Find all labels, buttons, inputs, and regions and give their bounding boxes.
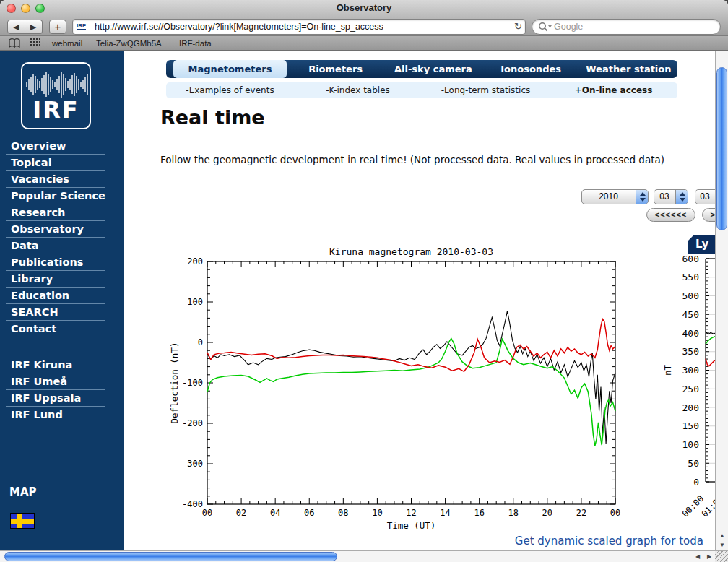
vertical-scrollbar-thumb[interactable] bbox=[716, 67, 727, 230]
svg-text:-100: -100 bbox=[182, 378, 203, 388]
sidebar-item-education[interactable]: Education bbox=[6, 288, 105, 304]
svg-text:0: 0 bbox=[693, 477, 699, 488]
subnav-long-term-statistics[interactable]: -Long-term statistics bbox=[422, 82, 550, 98]
tab-all-sky-camera[interactable]: All-sky camera bbox=[384, 60, 482, 78]
stepper-arrows-icon bbox=[675, 190, 688, 204]
sidebar-item-topical[interactable]: Topical bbox=[6, 155, 105, 171]
series-Z-component bbox=[207, 319, 615, 372]
resize-grip[interactable] bbox=[715, 551, 728, 562]
sidebar-item-observatory[interactable]: Observatory bbox=[6, 221, 105, 238]
sidebar-item-irf-kiruna[interactable]: IRF Kiruna bbox=[6, 357, 105, 373]
year-select-value: 2010 bbox=[582, 190, 635, 204]
svg-text:550: 550 bbox=[682, 272, 699, 282]
tab-weather-station[interactable]: Weather station bbox=[580, 60, 677, 78]
sidebar-item-vacancies[interactable]: Vacancies bbox=[6, 171, 105, 188]
sidebar-item-irf-lund[interactable]: IRF Lund bbox=[6, 407, 105, 423]
sidebar-item-overview[interactable]: Overview bbox=[6, 138, 105, 155]
subnav-examples-of-events[interactable]: -Examples of events bbox=[166, 82, 294, 98]
browser-window: Observatory ◀ ▶ + IRF http://www.irf.se/… bbox=[0, 0, 728, 562]
x-axis-label: Time (UT) bbox=[387, 520, 436, 531]
y-axis-label: Deflection (nT) bbox=[169, 342, 180, 424]
irf-logo[interactable]: IRF bbox=[21, 62, 91, 129]
search-input[interactable]: Google bbox=[532, 19, 721, 35]
scroll-right-icon[interactable]: ▶ bbox=[703, 551, 715, 562]
svg-text:250: 250 bbox=[682, 384, 699, 394]
svg-text:600: 600 bbox=[682, 254, 699, 264]
add-bookmark-button[interactable]: + bbox=[49, 20, 66, 34]
sidebar-item-popular-science[interactable]: Popular Science bbox=[6, 188, 105, 204]
svg-text:10: 10 bbox=[372, 508, 382, 518]
site-favicon-icon: IRF bbox=[77, 22, 86, 30]
irf-logo-text: IRF bbox=[22, 96, 90, 124]
tab-ionosondes[interactable]: Ionosondes bbox=[482, 60, 580, 78]
vertical-scrollbar[interactable]: ▲ ▼ bbox=[715, 51, 728, 550]
scroll-left-icon[interactable]: ◀ bbox=[692, 551, 703, 562]
previous-day-button[interactable]: <<<<<< bbox=[646, 208, 696, 222]
horizontal-scrollbar[interactable]: ◀ ▶ bbox=[0, 550, 728, 562]
tab-riometers[interactable]: Riometers bbox=[287, 60, 384, 78]
swedish-flag-icon[interactable] bbox=[10, 513, 35, 529]
svg-text:16: 16 bbox=[474, 508, 484, 518]
subnav-k-index-tables[interactable]: -K-index tables bbox=[294, 82, 422, 98]
close-window-icon[interactable] bbox=[6, 4, 16, 13]
sidebar-item-data[interactable]: Data bbox=[6, 238, 105, 254]
sidebar: IRF Overview Topical Vacancies Popular S… bbox=[0, 51, 124, 550]
magnifier-icon bbox=[538, 22, 552, 32]
sidebar-item-research[interactable]: Research bbox=[6, 204, 105, 221]
svg-text:02: 02 bbox=[236, 508, 246, 518]
svg-text:22: 22 bbox=[576, 508, 586, 518]
sidebar-item-irf-umea[interactable]: IRF Umeå bbox=[6, 373, 105, 390]
section-tabbar: Magnetometers Riometers All-sky camera I… bbox=[166, 60, 677, 78]
minimize-window-icon[interactable] bbox=[21, 4, 30, 13]
month-select-value: 03 bbox=[654, 190, 675, 204]
sidebar-item-map[interactable]: MAP bbox=[9, 485, 37, 498]
svg-text:-400: -400 bbox=[182, 499, 203, 509]
svg-text:150: 150 bbox=[682, 420, 699, 431]
reload-icon[interactable]: ↻ bbox=[514, 20, 522, 34]
year-select[interactable]: 2010 bbox=[581, 189, 649, 204]
subnav-on-line-access[interactable]: +On-line access bbox=[550, 82, 677, 98]
tab-magnetometers[interactable]: Magnetometers bbox=[173, 60, 287, 78]
svg-text:20: 20 bbox=[542, 508, 552, 518]
dynamic-graph-link[interactable]: Get dynamic scaled graph for toda bbox=[515, 535, 703, 548]
svg-text:200: 200 bbox=[682, 402, 699, 413]
series-X-component bbox=[207, 311, 615, 444]
scroll-down-icon[interactable]: ▼ bbox=[716, 540, 728, 550]
url-field[interactable]: IRF http://www.irf.se//Observatory/?link… bbox=[72, 19, 526, 35]
back-button[interactable]: ◀ bbox=[7, 20, 25, 34]
svg-text:100: 100 bbox=[682, 439, 699, 450]
svg-text:100: 100 bbox=[187, 297, 203, 307]
svg-text:450: 450 bbox=[682, 309, 699, 320]
window-titlebar[interactable]: Observatory bbox=[0, 0, 728, 16]
svg-text:06: 06 bbox=[304, 508, 314, 518]
svg-text:-200: -200 bbox=[182, 418, 203, 428]
top-sites-grid-icon[interactable] bbox=[30, 38, 40, 48]
svg-text:08: 08 bbox=[338, 508, 348, 518]
horizontal-scrollbar-thumb[interactable] bbox=[4, 552, 337, 561]
bookmark-telia[interactable]: Telia-ZwQGMh5A bbox=[96, 36, 162, 51]
svg-text:50: 50 bbox=[688, 458, 699, 469]
svg-text:300: 300 bbox=[682, 365, 699, 376]
sidebar-item-library[interactable]: Library bbox=[6, 271, 105, 288]
svg-text:00: 00 bbox=[610, 508, 620, 518]
sidebar-item-publications[interactable]: Publications bbox=[6, 254, 105, 271]
window-title: Observatory bbox=[337, 2, 392, 13]
zoom-window-icon[interactable] bbox=[35, 4, 45, 13]
forward-button[interactable]: ▶ bbox=[25, 20, 43, 34]
svg-text:0: 0 bbox=[198, 337, 203, 347]
month-select[interactable]: 03 bbox=[654, 189, 688, 204]
bookmark-irf-data[interactable]: IRF-data bbox=[179, 36, 212, 51]
sidebar-item-contact[interactable]: Contact bbox=[6, 321, 105, 337]
url-text: http://www.irf.se//Observatory/?link[Mag… bbox=[95, 22, 384, 32]
svg-text:350: 350 bbox=[682, 346, 699, 357]
sidebar-item-irf-uppsala[interactable]: IRF Uppsala bbox=[6, 390, 105, 407]
search-placeholder: Google bbox=[554, 22, 583, 32]
intro-text: Follow the geomagnetic development in re… bbox=[160, 152, 670, 168]
bookmarks-book-icon[interactable] bbox=[9, 38, 20, 48]
svg-text:12: 12 bbox=[406, 508, 416, 518]
svg-text:400: 400 bbox=[682, 328, 699, 339]
kiruna-magnetogram-chart: Kiruna magnetogram 2010-03-0300020406081… bbox=[168, 246, 644, 535]
scroll-up-icon[interactable]: ▲ bbox=[716, 531, 728, 540]
bookmark-webmail[interactable]: webmail bbox=[52, 36, 82, 51]
sidebar-item-search[interactable]: SEARCH bbox=[6, 304, 105, 321]
